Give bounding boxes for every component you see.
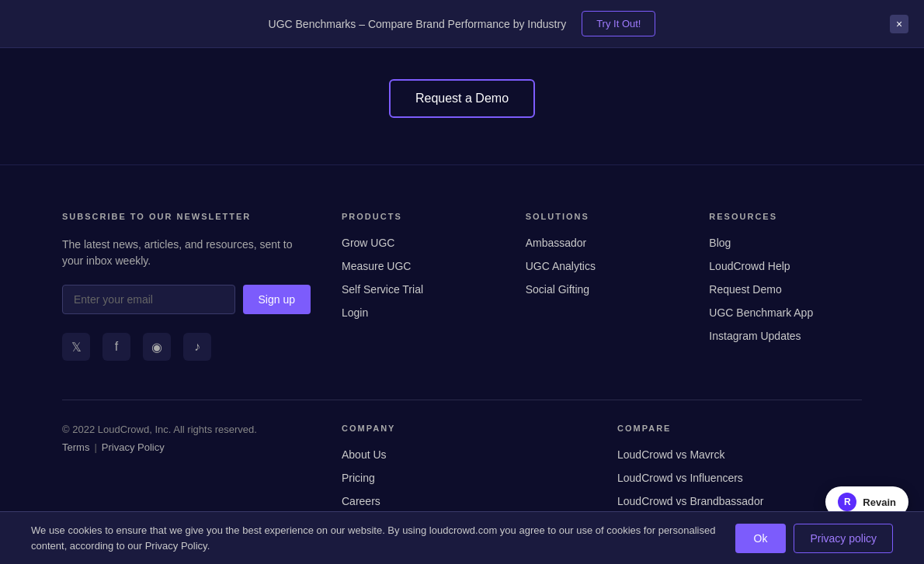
company-title: COMPANY [342, 424, 586, 433]
cookie-text: We use cookies to ensure that we give yo… [31, 523, 720, 553]
products-column: PRODUCTS Grow UGC Measure UGC Self Servi… [342, 212, 495, 361]
newsletter-description: The latest news, articles, and resources… [62, 237, 311, 269]
request-demo-button[interactable]: Request a Demo [389, 79, 535, 118]
solutions-link-social-gifting[interactable]: Social Gifting [526, 283, 679, 296]
footer: SUBSCRIBE TO OUR NEWSLETTER The latest n… [0, 164, 924, 564]
solutions-column: SOLUTIONS Ambassador UGC Analytics Socia… [526, 212, 679, 361]
copyright-text: © 2022 LoudCrowd, Inc. All rights reserv… [62, 424, 311, 435]
tiktok-icon[interactable]: ♪ [183, 333, 211, 361]
company-link-careers[interactable]: Careers [342, 495, 586, 507]
resources-column: RESOURCES Blog LoudCrowd Help Request De… [709, 212, 862, 361]
revain-icon: R [838, 493, 856, 511]
close-banner-button[interactable]: × [890, 15, 908, 33]
solutions-title: SOLUTIONS [526, 212, 679, 221]
products-title: PRODUCTS [342, 212, 495, 221]
footer-divider [62, 400, 862, 400]
resources-link-help[interactable]: LoudCrowd Help [709, 260, 862, 272]
products-link-login[interactable]: Login [342, 306, 495, 319]
footer-top-grid: SUBSCRIBE TO OUR NEWSLETTER The latest n… [62, 212, 862, 361]
top-banner: UGC Benchmarks – Compare Brand Performan… [0, 0, 924, 48]
compare-title: COMPARE [617, 424, 862, 433]
company-link-about-us[interactable]: About Us [342, 448, 586, 461]
email-input[interactable] [62, 285, 235, 314]
products-link-grow-ugc[interactable]: Grow UGC [342, 237, 495, 249]
newsletter-title: SUBSCRIBE TO OUR NEWSLETTER [62, 212, 311, 221]
resources-link-instagram-updates[interactable]: Instagram Updates [709, 330, 862, 342]
hero-section: Request a Demo [0, 48, 924, 164]
footer-bottom-links: Terms | Privacy Policy [62, 441, 311, 453]
company-link-pricing[interactable]: Pricing [342, 472, 586, 484]
resources-title: RESOURCES [709, 212, 862, 221]
facebook-icon[interactable]: f [102, 333, 130, 361]
products-link-measure-ugc[interactable]: Measure UGC [342, 260, 495, 272]
solutions-link-ugc-analytics[interactable]: UGC Analytics [526, 260, 679, 272]
cookie-privacy-button[interactable]: Privacy policy [794, 524, 893, 553]
compare-link-mavrck[interactable]: LoudCrowd vs Mavrck [617, 448, 862, 461]
privacy-policy-link[interactable]: Privacy Policy [102, 441, 165, 453]
compare-link-influencers[interactable]: LoudCrowd vs Influencers [617, 472, 862, 484]
resources-link-blog[interactable]: Blog [709, 237, 862, 249]
resources-link-benchmark-app[interactable]: UGC Benchmark App [709, 306, 862, 319]
email-form: Sign up [62, 285, 311, 314]
newsletter-column: SUBSCRIBE TO OUR NEWSLETTER The latest n… [62, 212, 311, 361]
social-links: 𝕏 f ◉ ♪ [62, 333, 311, 361]
cookie-banner: We use cookies to ensure that we give yo… [0, 511, 924, 564]
banner-text: UGC Benchmarks – Compare Brand Performan… [269, 18, 567, 30]
twitter-icon[interactable]: 𝕏 [62, 333, 90, 361]
revain-label: Revain [863, 497, 896, 508]
sign-up-button[interactable]: Sign up [243, 285, 311, 314]
solutions-link-ambassador[interactable]: Ambassador [526, 237, 679, 249]
resources-link-request-demo[interactable]: Request Demo [709, 283, 862, 296]
products-link-self-service-trial[interactable]: Self Service Trial [342, 283, 495, 296]
cookie-actions: Ok Privacy policy [735, 524, 893, 553]
cookie-ok-button[interactable]: Ok [735, 524, 787, 553]
footer-sep: | [94, 441, 96, 453]
instagram-icon[interactable]: ◉ [143, 333, 171, 361]
try-it-button[interactable]: Try It Out! [582, 11, 655, 36]
terms-link[interactable]: Terms [62, 441, 89, 453]
